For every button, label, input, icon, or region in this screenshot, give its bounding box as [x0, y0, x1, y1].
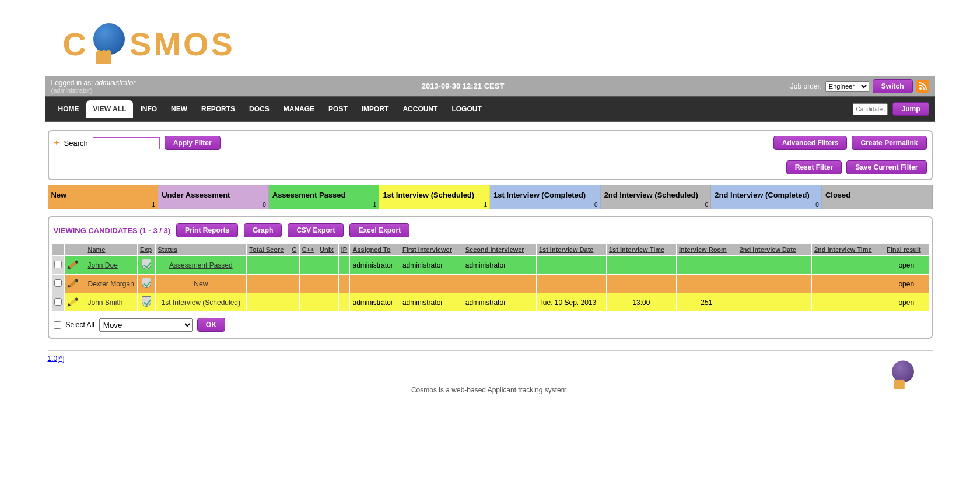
svg-point-0: [919, 87, 922, 90]
th-1st-interview-time[interactable]: 1st Interview Time: [606, 244, 676, 256]
nav-post[interactable]: POST: [321, 99, 355, 119]
cell-status: Assessment Passed: [155, 256, 247, 275]
nav-account[interactable]: ACCOUNT: [396, 99, 444, 119]
advanced-filters-button[interactable]: Advanced Filters: [774, 136, 848, 150]
cell-2nd-time: [811, 293, 884, 312]
row-checkbox[interactable]: [54, 279, 62, 287]
status-cell-1[interactable]: Under Assessment0: [158, 185, 269, 209]
nav-logout[interactable]: LOGOUT: [444, 99, 488, 119]
th-total-score[interactable]: Total Score: [247, 244, 289, 256]
apply-filter-button[interactable]: Apply Filter: [164, 136, 220, 150]
nav-reports[interactable]: REPORTS: [194, 99, 242, 119]
th-status[interactable]: Status: [155, 244, 247, 256]
bulk-action-select[interactable]: Move: [99, 318, 192, 332]
th-1st-interview-date[interactable]: 1st Interview Date: [536, 244, 606, 256]
footer-logo-icon: [883, 354, 923, 394]
candidates-table: Name Exp Status Total Score C C++ Unix I…: [51, 243, 929, 312]
nav-import[interactable]: IMPORT: [355, 99, 396, 119]
reset-filter-button[interactable]: Reset Filter: [786, 160, 842, 174]
candidate-number-input[interactable]: [853, 103, 888, 115]
graph-button[interactable]: Graph: [244, 223, 282, 237]
cell-1st-time: 13:00: [606, 293, 676, 312]
search-input[interactable]: [93, 137, 160, 149]
shield-icon[interactable]: [142, 259, 151, 269]
cell-2nd-time: [811, 275, 884, 293]
cell-room: [676, 256, 737, 275]
candidate-name-link[interactable]: Dexter Morgan: [88, 280, 134, 288]
create-permalink-button[interactable]: Create Permalink: [852, 136, 926, 150]
nav-info[interactable]: INFO: [133, 99, 164, 119]
status-link[interactable]: Assessment Passed: [169, 261, 233, 269]
excel-export-button[interactable]: Excel Export: [349, 223, 410, 237]
th-first-interviewer[interactable]: First Interviewer: [400, 244, 463, 256]
version-link[interactable]: 1.0[^]: [46, 352, 67, 365]
table-row: Dexter MorganNewopen: [51, 275, 929, 293]
th-assigned-to[interactable]: Assigned To: [350, 244, 400, 256]
nav-home[interactable]: HOME: [51, 99, 86, 119]
status-link[interactable]: New: [194, 280, 208, 288]
status-cell-label: 1st Interview (Scheduled): [383, 191, 474, 199]
edit-icon[interactable]: [67, 258, 82, 270]
cell-1st-time: [606, 256, 676, 275]
nav-new[interactable]: NEW: [164, 99, 194, 119]
th-unix[interactable]: Unix: [317, 244, 339, 256]
shield-icon[interactable]: [142, 296, 151, 307]
status-cell-4[interactable]: 1st Interview (Completed)0: [490, 185, 601, 209]
select-all-checkbox[interactable]: [54, 321, 61, 329]
job-order-select[interactable]: Engineer: [825, 81, 869, 92]
status-link[interactable]: 1st Interview (Scheduled): [162, 299, 240, 307]
switch-button[interactable]: Switch: [873, 79, 913, 93]
th-exp[interactable]: Exp: [137, 244, 155, 256]
row-checkbox[interactable]: [54, 298, 62, 306]
cell-1st-date: [536, 256, 606, 275]
th-c[interactable]: C: [289, 244, 299, 256]
status-cell-6[interactable]: 2nd Interview (Completed)0: [711, 185, 822, 209]
logged-in-role: (administrator): [51, 87, 136, 94]
th-name[interactable]: Name: [85, 244, 138, 256]
status-cell-3[interactable]: 1st Interview (Scheduled)1: [379, 185, 490, 209]
th-2nd-interview-time[interactable]: 2nd Interview Time: [811, 244, 884, 256]
status-cell-0[interactable]: New1: [48, 185, 159, 209]
cell-assigned: [350, 275, 400, 293]
cell-checkbox: [51, 256, 64, 275]
cell-edit: [64, 293, 85, 312]
status-bar: Logged in as: administrator (administrat…: [46, 76, 935, 96]
th-cpp[interactable]: C++: [299, 244, 317, 256]
jump-button[interactable]: Jump: [892, 102, 929, 116]
th-ip[interactable]: IP: [338, 244, 350, 256]
edit-icon[interactable]: [67, 296, 82, 307]
print-reports-button[interactable]: Print Reports: [176, 223, 238, 237]
status-datetime: 2013-09-30 12:21 CEST: [135, 82, 790, 90]
status-cell-label: 2nd Interview (Scheduled): [604, 191, 698, 199]
logged-in-label: Logged in as:: [51, 79, 95, 87]
cell-2nd-date: [737, 256, 811, 275]
cell-name: John Doe: [85, 256, 138, 275]
status-cell-label: 1st Interview (Completed): [494, 191, 586, 199]
cell-total-score: [247, 293, 289, 312]
expand-filter-icon[interactable]: ✦: [54, 139, 60, 147]
cell-total-score: [247, 275, 289, 293]
cell-assigned: administrator: [350, 293, 400, 312]
edit-icon[interactable]: [67, 277, 82, 289]
th-second-interviewer[interactable]: Second Interviewer: [463, 244, 536, 256]
th-interview-room[interactable]: Interview Room: [676, 244, 737, 256]
status-left: Logged in as: administrator (administrat…: [51, 79, 136, 94]
logo-text-right: SMOS: [130, 25, 235, 63]
candidate-name-link[interactable]: John Smith: [88, 299, 123, 307]
th-2nd-interview-date[interactable]: 2nd Interview Date: [737, 244, 811, 256]
csv-export-button[interactable]: CSV Export: [288, 223, 344, 237]
rss-icon[interactable]: [916, 80, 929, 93]
cell-ip: [338, 256, 350, 275]
row-checkbox[interactable]: [54, 261, 62, 268]
status-cell-7[interactable]: Closed: [822, 185, 933, 209]
ok-button[interactable]: OK: [197, 318, 225, 332]
shield-icon[interactable]: [142, 278, 151, 288]
status-cell-5[interactable]: 2nd Interview (Scheduled)0: [601, 185, 712, 209]
status-cell-2[interactable]: Assessment Passed1: [269, 185, 380, 209]
nav-view-all[interactable]: VIEW ALL: [86, 100, 134, 118]
save-filter-button[interactable]: Save Current Filter: [846, 160, 926, 174]
th-final-result[interactable]: Final result: [884, 244, 929, 256]
nav-manage[interactable]: MANAGE: [276, 99, 321, 119]
candidate-name-link[interactable]: John Doe: [88, 261, 117, 269]
nav-docs[interactable]: DOCS: [242, 99, 276, 119]
